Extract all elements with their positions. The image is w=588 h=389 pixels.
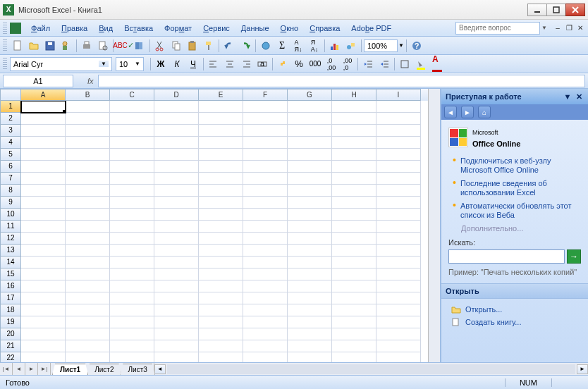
taskpane-dropdown-icon[interactable]: ▼ — [563, 92, 572, 101]
cell[interactable] — [21, 245, 66, 257]
cell[interactable] — [154, 257, 199, 268]
cell[interactable] — [199, 328, 243, 340]
taskpane-link[interactable]: Последние сведения об использовании Exce… — [453, 179, 581, 197]
cell[interactable] — [21, 268, 66, 280]
cell[interactable] — [332, 292, 376, 304]
row-header[interactable]: 12 — [0, 233, 21, 245]
row-header[interactable]: 9 — [0, 197, 21, 209]
cell[interactable] — [243, 245, 288, 257]
cell[interactable] — [332, 149, 376, 161]
new-doc-button[interactable] — [10, 38, 25, 54]
cell[interactable] — [154, 245, 199, 257]
cell[interactable] — [376, 316, 421, 328]
cell[interactable] — [66, 209, 110, 221]
cell[interactable] — [199, 304, 243, 316]
cell[interactable] — [21, 340, 66, 352]
paste-button[interactable] — [185, 38, 200, 54]
excel-doc-icon[interactable] — [10, 23, 21, 34]
cell[interactable] — [21, 137, 66, 149]
cell[interactable] — [332, 280, 376, 292]
underline-button[interactable]: Ч — [185, 56, 201, 72]
cell[interactable] — [199, 209, 243, 221]
row-header[interactable]: 22 — [0, 352, 21, 362]
fx-icon[interactable]: fx — [87, 77, 94, 85]
cell[interactable] — [21, 161, 66, 173]
taskpane-more-link[interactable]: Дополнительно... — [448, 224, 581, 233]
decrease-decimal-button[interactable]: ,00,0 — [340, 56, 355, 72]
format-painter-button[interactable] — [201, 38, 216, 54]
cell[interactable] — [21, 149, 66, 161]
zoom-combo[interactable]: 100% — [364, 39, 398, 52]
cell[interactable] — [376, 280, 421, 292]
cell[interactable] — [154, 304, 199, 316]
cell[interactable] — [21, 209, 66, 221]
cell[interactable] — [66, 257, 110, 268]
cell[interactable] — [66, 161, 110, 173]
doc-restore-button[interactable]: ❐ — [564, 23, 574, 33]
undo-button[interactable] — [221, 38, 237, 54]
row-header[interactable]: 2 — [0, 113, 21, 125]
cell[interactable] — [154, 125, 199, 137]
cell[interactable] — [199, 101, 243, 113]
sheet-nav-prev-button[interactable]: ◄ — [13, 363, 25, 375]
cell[interactable] — [288, 268, 332, 280]
cell[interactable] — [110, 340, 154, 352]
cell[interactable] — [66, 221, 110, 233]
cell[interactable] — [288, 233, 332, 245]
cell[interactable] — [332, 209, 376, 221]
row-header[interactable]: 21 — [0, 340, 21, 352]
cell[interactable] — [21, 185, 66, 197]
cell[interactable] — [154, 280, 199, 292]
maximize-button[interactable] — [546, 4, 566, 16]
increase-indent-button[interactable] — [376, 56, 392, 72]
cell[interactable] — [332, 197, 376, 209]
cell[interactable] — [243, 173, 288, 185]
borders-button[interactable] — [397, 56, 412, 72]
cell[interactable] — [21, 292, 66, 304]
cell[interactable] — [66, 268, 110, 280]
cell[interactable] — [332, 113, 376, 125]
cell[interactable] — [199, 185, 243, 197]
cell[interactable] — [332, 328, 376, 340]
column-header[interactable]: D — [154, 89, 199, 101]
cell[interactable] — [21, 173, 66, 185]
cell[interactable] — [376, 233, 421, 245]
cell[interactable] — [332, 352, 376, 362]
cell[interactable] — [332, 101, 376, 113]
taskpane-link[interactable]: Подключиться к веб-узлу Microsoft Office… — [453, 156, 581, 175]
cell[interactable] — [110, 292, 154, 304]
cell[interactable] — [110, 304, 154, 316]
taskpane-go-button[interactable]: → — [567, 249, 581, 264]
copy-button[interactable] — [169, 38, 184, 54]
cell[interactable] — [243, 292, 288, 304]
cell[interactable] — [66, 352, 110, 362]
vertical-scrollbar[interactable] — [428, 89, 440, 362]
cell[interactable] — [243, 101, 288, 113]
sheet-nav-last-button[interactable]: ►| — [38, 363, 51, 375]
permission-button[interactable] — [59, 38, 74, 54]
menu-сервис[interactable]: Сервис — [197, 22, 235, 35]
cell[interactable] — [66, 316, 110, 328]
cell[interactable] — [243, 352, 288, 362]
menu-правка[interactable]: Правка — [56, 22, 93, 35]
cell[interactable] — [110, 316, 154, 328]
cell[interactable] — [110, 268, 154, 280]
cell[interactable] — [154, 328, 199, 340]
cell[interactable] — [66, 340, 110, 352]
row-header[interactable]: 16 — [0, 280, 21, 292]
cell[interactable] — [376, 185, 421, 197]
cell[interactable] — [21, 197, 66, 209]
menu-вид[interactable]: Вид — [93, 22, 118, 35]
italic-button[interactable]: К — [169, 56, 185, 72]
column-header[interactable]: H — [332, 89, 376, 101]
cell[interactable] — [288, 209, 332, 221]
cell[interactable] — [199, 257, 243, 268]
cell[interactable] — [110, 352, 154, 362]
cell[interactable] — [243, 304, 288, 316]
taskpane-home-button[interactable]: ⌂ — [478, 106, 491, 118]
cell[interactable] — [110, 328, 154, 340]
row-header[interactable]: 1 — [0, 101, 21, 113]
cell[interactable] — [21, 304, 66, 316]
cell[interactable] — [243, 113, 288, 125]
cell[interactable] — [154, 149, 199, 161]
